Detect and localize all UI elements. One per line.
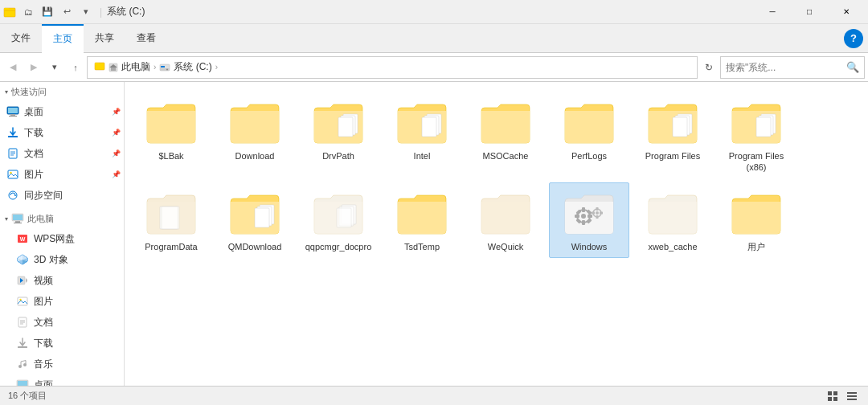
tab-home[interactable]: 主页: [42, 24, 84, 53]
path-root: 此电脑: [108, 60, 150, 74]
svg-marker-39: [26, 278, 27, 283]
sidebar-item-desktop2[interactable]: 桌面: [0, 374, 124, 386]
folder-programfilesx86[interactable]: Program Files(x86): [716, 92, 796, 179]
tab-share[interactable]: 共享: [84, 24, 125, 53]
sidebar-pictures-label: 图片: [24, 168, 43, 182]
wps-icon: W: [16, 232, 29, 245]
sidebar-item-documents[interactable]: 文档 📌: [0, 143, 124, 164]
folder-msocache-icon: [477, 97, 534, 147]
folder-programfilesx86-icon: [727, 97, 785, 147]
svg-rect-47: [18, 346, 27, 348]
dropdown-button[interactable]: ▾: [45, 58, 64, 77]
search-input[interactable]: [726, 62, 843, 73]
folder-wequick[interactable]: WeQuick: [465, 182, 546, 258]
folder-programdata-name: ProgramData: [145, 241, 197, 252]
folder-lbak-name: $LBak: [158, 150, 183, 162]
folder-programdata-icon: [142, 188, 200, 238]
folder-drvpath[interactable]: DrvPath: [298, 92, 379, 179]
folder-qmdownload[interactable]: QMDownload: [215, 182, 295, 258]
folder-qqpcmgr-name: qqpcmgr_docpro: [305, 241, 372, 252]
svg-rect-94: [582, 220, 585, 225]
svg-marker-24: [14, 194, 16, 196]
svg-point-49: [23, 363, 27, 366]
address-path[interactable]: 此电脑 › 系统 (C:) ›: [87, 56, 698, 79]
thispc-header[interactable]: ▾ 此电脑: [0, 209, 124, 228]
svg-rect-103: [596, 207, 599, 211]
sidebar-item-video[interactable]: 视频: [0, 270, 124, 291]
folder-programdata[interactable]: ProgramData: [131, 182, 211, 258]
sidebar-item-3d[interactable]: 3D 对象: [0, 249, 124, 270]
download-icon: [6, 126, 19, 139]
folder-download-icon: [226, 97, 284, 147]
folder-windows-name: Windows: [571, 241, 608, 252]
svg-rect-27: [15, 221, 20, 223]
refresh-button[interactable]: ↻: [699, 58, 719, 77]
qa-save[interactable]: 💾: [39, 3, 56, 21]
folder-msocache[interactable]: MSOCache: [465, 92, 546, 179]
sidebar-download2-label: 下载: [34, 337, 53, 350]
folder-perflogs[interactable]: PerfLogs: [549, 92, 629, 179]
document2-icon: [16, 316, 29, 329]
qa-undo[interactable]: ↩: [58, 3, 76, 21]
sidebar-item-download[interactable]: 下载 📌: [0, 122, 124, 143]
sidebar-item-pictures[interactable]: 图片 📌: [0, 164, 124, 185]
folder-users-name: 用户: [747, 241, 765, 252]
forward-button[interactable]: ▶: [24, 58, 43, 77]
sidebar-3d-label: 3D 对象: [34, 253, 68, 267]
video-icon: [16, 274, 29, 287]
svg-point-102: [596, 211, 599, 215]
search-box[interactable]: 🔍: [720, 56, 865, 79]
folder-programfiles[interactable]: Program Files: [633, 92, 713, 179]
sidebar-item-wps[interactable]: W WPS网盘: [0, 228, 124, 249]
qa-dropdown[interactable]: ▾: [77, 3, 95, 21]
sidebar-item-pictures2[interactable]: 图片: [0, 291, 124, 312]
folder-tsdtemp-icon: [393, 188, 451, 238]
folder-qqpcmgr[interactable]: qqpcmgr_docpro: [298, 182, 379, 258]
folder-download-name: Download: [235, 150, 275, 162]
sidebar-item-sync[interactable]: 同步空间: [0, 185, 124, 206]
help-button[interactable]: ?: [844, 29, 863, 48]
minimize-button[interactable]: ─: [754, 0, 791, 24]
svg-rect-8: [160, 68, 170, 71]
folder-download[interactable]: Download: [215, 92, 295, 179]
view-large-icons[interactable]: [825, 388, 841, 404]
sidebar-desktop2-label: 桌面: [34, 378, 53, 387]
sidebar-item-desktop[interactable]: 桌面 📌: [0, 101, 124, 122]
sidebar-music-label: 音乐: [34, 358, 53, 371]
sidebar-item-download2[interactable]: 下载: [0, 333, 124, 354]
folder-lbak[interactable]: $LBak: [131, 92, 211, 179]
restore-button[interactable]: □: [791, 0, 828, 24]
view-details[interactable]: [844, 388, 860, 404]
picture-icon: [6, 168, 19, 181]
sidebar-download-label: 下载: [24, 126, 43, 140]
svg-rect-73: [338, 117, 353, 137]
document-icon: [6, 147, 19, 160]
path-drive-label: 系统 (C:): [174, 60, 211, 74]
folder-windows[interactable]: Windows: [549, 182, 629, 258]
qa-new-folder[interactable]: 🗂: [19, 3, 37, 21]
folder-perflogs-name: PerfLogs: [571, 150, 607, 162]
title-bar-left: 🗂 💾 ↩ ▾ | 系统 (C:): [3, 3, 145, 21]
file-area: $LBak Download: [125, 82, 868, 386]
folder-tsdtemp[interactable]: TsdTemp: [382, 182, 462, 258]
tab-view[interactable]: 查看: [125, 24, 167, 53]
back-button[interactable]: ◀: [3, 58, 23, 77]
title-separator: |: [100, 6, 102, 18]
folder-users[interactable]: 用户: [716, 182, 796, 258]
close-button[interactable]: ✕: [828, 0, 865, 24]
sidebar-item-music[interactable]: 音乐: [0, 354, 124, 374]
svg-point-48: [18, 365, 22, 368]
path-drive: 系统 (C:): [159, 60, 211, 74]
quick-access-header[interactable]: ▾ 快速访问: [0, 82, 124, 101]
up-button[interactable]: ↑: [66, 58, 85, 77]
window-title: 系统 (C:): [107, 5, 145, 18]
thispc-arrow: ▾: [5, 215, 8, 223]
tab-file[interactable]: 文件: [0, 24, 42, 53]
sidebar-item-documents2[interactable]: 文档: [0, 312, 124, 333]
folder-tsdtemp-name: TsdTemp: [404, 241, 440, 252]
folder-intel[interactable]: Intel: [382, 92, 462, 179]
app-icon: [3, 6, 16, 18]
svg-rect-28: [14, 223, 22, 223]
svg-point-92: [581, 214, 586, 219]
folder-xwebcache[interactable]: xweb_cache: [633, 182, 713, 258]
